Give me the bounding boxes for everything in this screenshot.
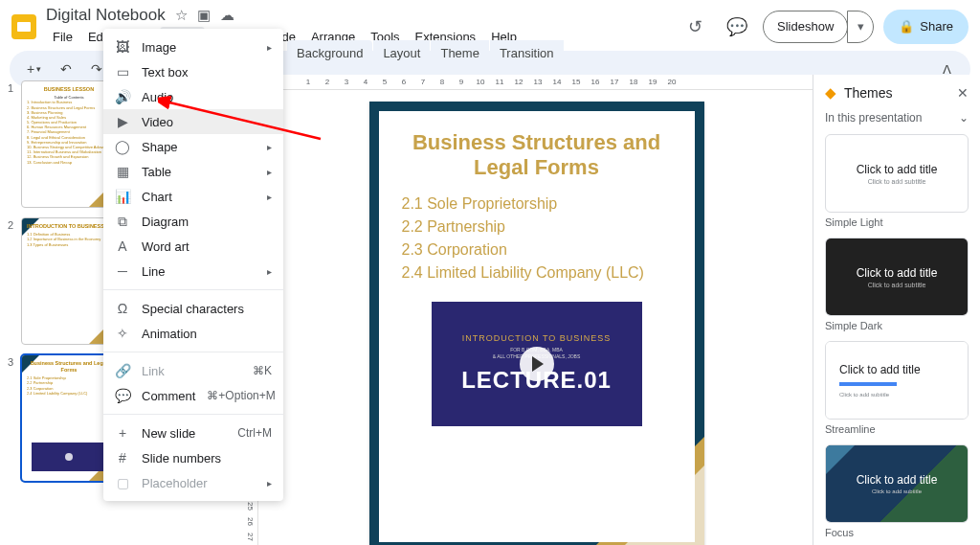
slide-numbers-icon: # [115,450,130,466]
chevron-right-icon: ▸ [267,42,272,53]
insert-word-art[interactable]: AWord art [103,234,283,259]
chevron-right-icon: ▸ [267,266,272,277]
animation-icon: ✧ [115,326,130,341]
themes-icon: ◆ [825,84,836,102]
line-icon: ─ [115,263,130,279]
audio-icon: 🔊 [115,89,130,104]
background-button[interactable]: Background [287,40,372,66]
insert-new-slide[interactable]: +New slideCtrl+M [103,420,283,445]
theme-simple-light[interactable]: Click to add titleClick to add subtitle [825,134,969,213]
insert-line[interactable]: ─Line▸ [103,259,283,284]
insert-slide-numbers[interactable]: #Slide numbers [103,445,283,470]
comments-icon[interactable]: 💬 [721,11,753,43]
slide-number: 1 [8,80,17,208]
slide-thumbnail-1[interactable]: BUSINESS LESSONTable of Contents1. Intro… [21,80,117,208]
themes-subheader[interactable]: In this presentation⌄ [825,111,969,125]
theme-label: Simple Dark [825,320,969,331]
lock-icon: 🔒 [899,19,914,34]
insert-audio[interactable]: 🔊Audio [103,84,283,109]
link-icon: 🔗 [115,363,130,378]
diagram-icon: ⧉ [115,214,130,229]
insert-comment[interactable]: 💬Comment⌘+Option+M [103,383,283,408]
theme-focus[interactable]: Click to add titleClick to add subtitle [825,444,969,523]
insert-table[interactable]: ▦Table▸ [103,159,283,184]
insert-video[interactable]: ▶Video [103,109,283,134]
insert-special-characters[interactable]: ΩSpecial characters [103,296,283,321]
star-icon[interactable]: ☆ [175,7,188,24]
move-icon[interactable]: ▣ [197,7,211,24]
insert-text-box[interactable]: ▭Text box [103,59,283,84]
slideshow-dropdown[interactable]: ▾ [847,11,874,43]
insert-link: 🔗Link⌘K [103,358,283,383]
layout-button[interactable]: Layout [373,40,430,66]
insert-image[interactable]: 🖼Image▸ [103,34,283,59]
cloud-icon[interactable]: ☁ [220,7,234,24]
comment-icon: 💬 [115,388,130,403]
slides-logo[interactable] [11,14,36,39]
themes-panel: ◆ Themes ✕ In this presentation⌄ Click t… [813,75,980,545]
doc-title[interactable]: Digital Notebook [46,6,166,25]
special-characters-icon: Ω [115,301,130,316]
chevron-right-icon: ▸ [267,167,272,177]
close-icon[interactable]: ✕ [957,85,969,101]
themes-title: Themes [844,85,949,101]
theme-simple-dark[interactable]: Click to add titleClick to add subtitle [825,238,969,316]
shape-icon: ◯ [115,139,130,154]
slide-thumbnail-3[interactable]: Business Structures and Legal Forms2.1 S… [21,354,117,482]
insert-diagram[interactable]: ⧉Diagram [103,209,283,234]
share-button[interactable]: 🔒Share [883,10,969,44]
theme-label: Simple Light [825,216,969,228]
insert-menu-dropdown: 🖼Image▸▭Text box🔊Audio▶Video◯Shape▸▦Tabl… [103,29,283,501]
history-icon[interactable]: ↺ [679,11,711,43]
theme-label: Focus [825,527,969,538]
image-icon: 🖼 [115,39,130,55]
placeholder-icon: ▢ [115,475,130,490]
new-slide-icon: + [115,425,130,441]
ruler-horizontal: 11234567891011121314151617181920 [258,75,813,90]
insert-animation[interactable]: ✧Animation [103,321,283,346]
slide-canvas[interactable]: Business Structures and Legal Forms 2.1 … [369,102,704,545]
chevron-right-icon: ▸ [267,192,272,202]
play-icon[interactable] [520,347,554,381]
insert-placeholder: ▢Placeholder▸ [103,470,283,495]
slide-thumbnail-2[interactable]: INTRODUCTION TO BUSINESS1.1 Definition o… [21,217,117,345]
theme-streamline[interactable]: Click to add titleClick to add subtitle [825,341,969,420]
video-icon: ▶ [115,114,130,129]
slide-number: 2 [8,217,17,345]
slide-number: 3 [8,354,17,482]
slideshow-button[interactable]: Slideshow [763,11,848,43]
theme-button[interactable]: Theme [431,40,488,66]
chevron-right-icon: ▸ [267,478,272,488]
embedded-video[interactable]: INTRODUCTION TO BUSINESS FOR B.COM, BBA,… [432,302,642,426]
slide-title[interactable]: Business Structures and Legal Forms [402,130,672,181]
slide-body[interactable]: 2.1 Sole Proprietorship2.2 Partnership2.… [402,193,672,284]
word-art-icon: A [115,238,130,254]
insert-shape[interactable]: ◯Shape▸ [103,134,283,159]
text-box-icon: ▭ [115,64,130,79]
insert-chart[interactable]: 📊Chart▸ [103,184,283,209]
menu-file[interactable]: File [46,27,79,47]
chart-icon: 📊 [115,189,130,204]
table-icon: ▦ [115,164,130,179]
theme-label: Streamline [825,423,969,435]
chevron-right-icon: ▸ [267,142,272,152]
transition-button[interactable]: Transition [490,40,564,66]
